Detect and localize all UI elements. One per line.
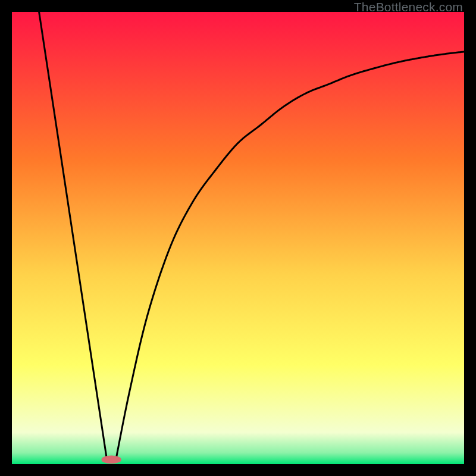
bottleneck-chart xyxy=(12,12,464,464)
gradient-background xyxy=(12,12,464,464)
watermark-label: TheBottleneck.com xyxy=(354,0,463,14)
chart-frame xyxy=(12,12,464,464)
optimal-marker xyxy=(101,456,121,464)
